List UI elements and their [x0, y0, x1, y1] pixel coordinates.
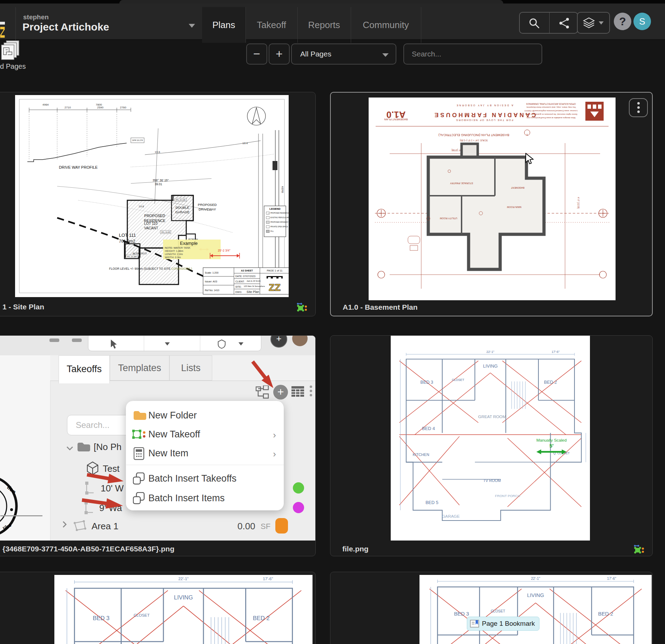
manual-scale-annotation: Manually Scaled 5': [536, 438, 566, 454]
calculator-icon: [134, 447, 145, 461]
svg-text:WIDTH: 0.9m: WIDTH: 0.9m: [165, 256, 181, 259]
menu-item-new-takeoff[interactable]: New Takeoff ›: [126, 425, 284, 444]
menu-item-batch-insert-takeoffs[interactable]: Batch Insert Takeoffs: [126, 470, 284, 488]
new-takeoff-icon: [132, 430, 147, 440]
shot-left-panel: tion like: [0, 355, 51, 541]
svg-text:UTILITY ROOM: UTILITY ROOM: [440, 217, 457, 220]
table-view-icon[interactable]: [291, 386, 305, 398]
page-title-site-plan: 1 - Site Plan: [2, 303, 44, 311]
svg-text:OPEN-SOURCE ARCHITECTURAL DRAW: OPEN-SOURCE ARCHITECTURAL DRAWINGS: [526, 103, 576, 105]
svg-text:5': 5': [549, 443, 553, 449]
basement-drawing: A1.0 BASEMENT PLAN CANADIAN FARMHOUSE A …: [369, 98, 616, 300]
zoom-out-button[interactable]: −: [246, 43, 267, 65]
svg-text:BASEMENT PLAN: BASEMENT PLAN: [384, 118, 408, 121]
svg-text:2590: 2590: [97, 106, 103, 109]
mouse-cursor: [525, 153, 534, 165]
svg-text:DPR 20.278: DPR 20.278: [132, 139, 143, 141]
tree-row-item[interactable]: Test: [103, 463, 120, 474]
tab-reports[interactable]: Reports: [297, 7, 351, 43]
svg-text:DRIVE WAY PROFILE: DRIVE WAY PROFILE: [59, 165, 98, 169]
svg-text:LENGTH: 2.0m: LENGTH: 2.0m: [165, 253, 183, 256]
header-divider: [15, 7, 16, 43]
takeoff-indicator-icon: [296, 302, 308, 312]
svg-text:STORAGE /PANTRY: STORAGE /PANTRY: [450, 182, 473, 185]
color-chip-magenta[interactable]: [293, 502, 304, 513]
color-chip-green[interactable]: [293, 482, 304, 494]
zz-logo: ZZ: [269, 282, 281, 293]
menu-item-new-item[interactable]: New Item ›: [126, 444, 284, 463]
share-icon[interactable]: [558, 17, 570, 29]
search-icon[interactable]: [528, 17, 540, 29]
svg-text:DATE: 07/07/2023: DATE: 07/07/2023: [235, 275, 255, 277]
tab-takeoff[interactable]: Takeoff: [246, 7, 297, 43]
chevron-right-icon[interactable]: [62, 521, 67, 528]
svg-text:HEIGHT: 1.86m: HEIGHT: 1.86m: [165, 249, 183, 253]
svg-text:PRIVATE OPEN SPACE: PRIVATE OPEN SPACE: [270, 226, 288, 228]
page-title-file-png: file.png: [342, 545, 369, 553]
menu-item-new-folder[interactable]: New Folder: [126, 407, 284, 425]
svg-text:Issuer: A03: Issuer: A03: [205, 280, 217, 283]
bookmark-tooltip: Page 1 Bookmark: [467, 617, 539, 631]
bottom-left-sheet: [54, 575, 313, 644]
svg-text:DOUBLE: DOUBLE: [175, 206, 189, 209]
app-header: stephen Project Artichoke Plans Takeoff …: [0, 4, 665, 40]
tab-takeoffs[interactable]: Takeoffs: [59, 355, 110, 383]
svg-text:More designs available at www.: More designs available at www.FreeFarmho…: [526, 117, 576, 119]
area-unit: SF: [261, 522, 270, 531]
app-logo-fragment: [0, 22, 6, 39]
tab-lists[interactable]: Lists: [169, 355, 212, 381]
tree-row-folder[interactable]: [No Ph: [94, 442, 122, 452]
project-dropdown-caret-icon[interactable]: [189, 24, 195, 28]
takeoff-indicator-icon: [633, 544, 645, 554]
avatar[interactable]: S: [633, 13, 651, 30]
svg-text:PAGE 1 of 11: PAGE 1 of 11: [267, 269, 283, 272]
color-chip-orange[interactable]: [275, 518, 288, 534]
tree-row-area[interactable]: Area 1: [92, 521, 119, 532]
svg-text:19.6: 19.6: [155, 150, 160, 154]
svg-text:DWG:: DWG:: [235, 291, 242, 293]
file-png-sheet: Manually Scaled 5': [391, 336, 590, 541]
panel-kebab-icon[interactable]: [310, 385, 312, 396]
chevron-down-icon[interactable]: [66, 446, 73, 451]
shot-avatar: [292, 335, 308, 346]
layers-button-group[interactable]: [577, 12, 610, 34]
page-card-bottom-left[interactable]: [0, 572, 316, 644]
svg-text:BASEMENT: BASEMENT: [511, 187, 524, 189]
batch-insert-icon: [133, 492, 146, 505]
page-card-takeoff-screenshot[interactable]: + tion like Takeoffs Templates Lists +: [0, 335, 316, 556]
svg-text:FFL 19.45: FFL 19.45: [161, 231, 170, 233]
tab-templates[interactable]: Templates: [110, 355, 169, 381]
svg-text:Manually Scaled: Manually Scaled: [536, 438, 566, 442]
layers-caret-icon[interactable]: [599, 21, 604, 25]
svg-text:LEGEND: LEGEND: [269, 207, 281, 210]
page-card-basement-plan[interactable]: A1.0 BASEMENT PLAN CANADIAN FARMHOUSE A …: [330, 92, 653, 316]
help-button[interactable]: ?: [614, 13, 631, 30]
folder-orange-icon: [133, 410, 146, 421]
card-menu-button[interactable]: [629, 98, 648, 117]
basement-building: STORAGE /PANTRY UTILITY ROOM MAIN ROOM B…: [408, 144, 544, 269]
header-button-group: [519, 12, 578, 34]
page-card-site-plan[interactable]: 4964 7800 2710 2590 2760 DPR 20.278 DRIV…: [0, 92, 316, 316]
menu-item-batch-insert-items[interactable]: Batch Insert Items: [126, 489, 284, 508]
svg-text:PROPOSED DRIVEWAY: PROPOSED DRIVEWAY: [270, 221, 288, 223]
folder-icon: [77, 442, 90, 452]
tab-plans[interactable]: Plans: [202, 7, 246, 43]
takeoff-screenshot-image: + tion like Takeoffs Templates Lists +: [0, 336, 316, 541]
svg-text:PROPOSED RESIDENCE: PROPOSED RESIDENCE: [270, 212, 289, 214]
basement-sheet: A1.0 BASEMENT PLAN CANADIAN FARMHOUSE A …: [369, 98, 616, 300]
north-arrow-icon: [247, 107, 266, 125]
pages-stack-icon[interactable]: [1, 40, 20, 60]
svg-text:BASEMENT PLAN (INCLUDING ELECT: BASEMENT PLAN (INCLUDING ELECTRICAL): [438, 133, 509, 137]
layers-icon[interactable]: [583, 17, 595, 29]
area-takeoff-icon: [73, 519, 87, 531]
site-plan-sheet: 4964 7800 2710 2590 2760 DPR 20.278 DRIV…: [15, 95, 289, 297]
zoom-in-button[interactable]: +: [269, 43, 290, 65]
window-tab-shape: [119, 0, 503, 4]
search-input[interactable]: [403, 43, 542, 65]
page-card-bottom-right[interactable]: [330, 572, 653, 644]
pages-filter-select[interactable]: All Pages: [291, 43, 396, 65]
page-card-file-png[interactable]: Manually Scaled 5' file.png: [330, 335, 653, 556]
svg-text:2760: 2760: [120, 106, 126, 109]
tab-community[interactable]: Community: [351, 7, 421, 43]
stamp-logo: tion like: [0, 471, 18, 541]
